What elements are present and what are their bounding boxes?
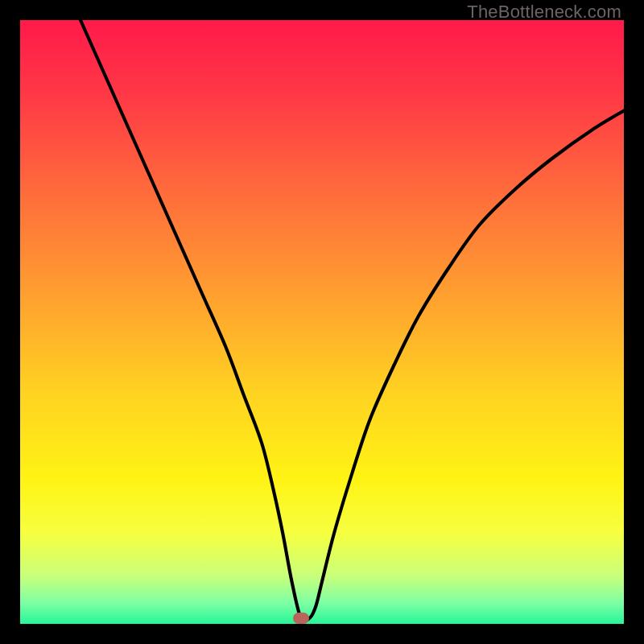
plot-area [20, 20, 624, 624]
bottleneck-curve [20, 20, 624, 624]
optimum-marker [293, 613, 309, 624]
watermark-text: TheBottleneck.com [467, 2, 621, 23]
outer-frame: TheBottleneck.com [0, 0, 644, 644]
